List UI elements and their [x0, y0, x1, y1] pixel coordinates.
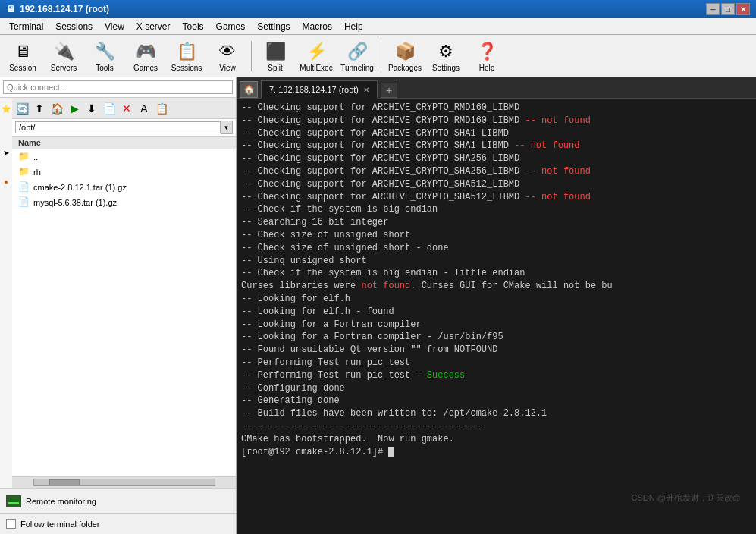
menu-help[interactable]: Help [338, 20, 369, 33]
file-delete-btn[interactable]: ✕ [118, 100, 135, 117]
sidebar-star-icon[interactable]: ⭐ [1, 103, 11, 114]
minimize-button[interactable]: ─ [706, 3, 720, 15]
term-line: CMake has bootstrapped. Now run gmake. [241, 433, 751, 446]
term-line: ----------------------------------------… [241, 420, 751, 433]
term-line: -- Check size of unsigned short [241, 229, 751, 242]
sidebar-circle-icon[interactable]: ● [1, 176, 11, 187]
term-line: -- Looking for a Fortran compiler - /usr… [241, 331, 751, 344]
terminal-home-btn[interactable]: 🏠 [240, 81, 258, 98]
quick-connect-input[interactable] [3, 80, 233, 94]
toolbar-games[interactable]: 🎮 Games [126, 37, 165, 75]
toolbar-servers[interactable]: 🔌 Servers [44, 37, 83, 75]
toolbar-session[interactable]: 🖥 Session [3, 37, 42, 75]
tools-icon: 🔧 [93, 39, 117, 64]
title-bar-controls: ─ □ ✕ [706, 3, 750, 15]
close-button[interactable]: ✕ [736, 3, 750, 15]
term-line: -- Performing Test run_pic_test [241, 357, 751, 369]
toolbar-help[interactable]: ❓ Help [467, 37, 507, 75]
file-upload-btn[interactable]: ⬆ [31, 100, 48, 117]
term-line: -- Checking support for ARCHIVE_CRYPTO_S… [241, 165, 751, 178]
terminal-tab[interactable]: 7. 192.168.124.17 (root) ✕ [261, 80, 378, 99]
menu-view[interactable]: View [99, 20, 130, 33]
term-line: -- Searching 16 bit integer [241, 216, 751, 229]
menu-bar: Terminal Sessions View X server Tools Ga… [0, 18, 756, 35]
term-line: -- Performing Test run_pic_test - Succes… [241, 369, 751, 382]
path-dropdown[interactable]: ▼ [221, 121, 233, 134]
term-line: -- Looking for a Fortran compiler [241, 319, 751, 331]
toolbar-tools[interactable]: 🔧 Tools [85, 37, 124, 75]
file-copy-btn[interactable]: 📋 [153, 100, 170, 117]
terminal-output[interactable]: -- Checking support for ARCHIVE_CRYPTO_R… [237, 99, 756, 534]
term-line: -- Checking support for ARCHIVE_CRYPTO_R… [241, 102, 751, 115]
file-play-btn[interactable]: ▶ [66, 100, 83, 117]
term-line: Curses libraries were not found. Curses … [241, 280, 751, 293]
term-line: -- Checking support for ARCHIVE_CRYPTO_S… [241, 178, 751, 191]
list-item[interactable]: 📄 mysql-5.6.38.tar (1).gz [12, 195, 236, 210]
tab-label: 7. 192.168.124.17 (root) [269, 85, 359, 94]
term-line: -- Checking support for ARCHIVE_CRYPTO_S… [241, 127, 751, 140]
path-bar: ▼ [12, 119, 236, 137]
left-panel-bottom: Remote monitoring Follow terminal folder [0, 488, 236, 534]
tunneling-icon: 🔗 [345, 39, 369, 64]
menu-sessions[interactable]: Sessions [49, 20, 99, 33]
path-input[interactable] [15, 121, 221, 134]
toolbar-sep-1 [251, 41, 252, 71]
maximize-button[interactable]: □ [721, 3, 735, 15]
file-home-btn[interactable]: 🏠 [49, 100, 65, 117]
view-icon: 👁 [215, 39, 240, 64]
term-line: -- Check if the system is big endian [241, 203, 751, 216]
toolbar: 🖥 Session 🔌 Servers 🔧 Tools 🎮 Games 📋 Se… [0, 35, 756, 77]
settings-icon: ⚙ [434, 39, 458, 64]
menu-games[interactable]: Games [210, 20, 252, 33]
toolbar-tunneling[interactable]: 🔗 Tunneling [337, 37, 377, 75]
toolbar-view[interactable]: 👁 View [208, 37, 247, 75]
remote-monitoring-btn[interactable]: Remote monitoring [0, 488, 236, 513]
left-sidebar: ⭐ ➤ ● [0, 100, 12, 187]
title-bar-text: 192.168.124.17 (root) [20, 4, 706, 14]
term-line: -- Checking support for ARCHIVE_CRYPTO_S… [241, 152, 751, 165]
toolbar-split[interactable]: ⬛ Split [256, 37, 295, 75]
term-line: -- Generating done [241, 394, 751, 407]
session-icon: 🖥 [11, 39, 35, 64]
sessions-icon: 📋 [174, 39, 199, 64]
menu-macros[interactable]: Macros [296, 20, 338, 33]
toolbar-settings[interactable]: ⚙ Settings [426, 37, 466, 75]
list-item[interactable]: 📁 .. [12, 149, 236, 165]
term-line: -- Looking for elf.h [241, 293, 751, 306]
file-download-btn[interactable]: ⬇ [83, 100, 100, 117]
file-new-btn[interactable]: 📄 [101, 100, 118, 117]
file-list-header: Name [12, 137, 236, 149]
right-panel: 🏠 7. 192.168.124.17 (root) ✕ + -- Checki… [237, 77, 756, 534]
term-line: -- Checking support for ARCHIVE_CRYPTO_R… [241, 115, 751, 127]
list-item[interactable]: 📁 rh [12, 165, 236, 180]
tab-close-btn[interactable]: ✕ [363, 86, 369, 94]
sidebar-arrow-icon[interactable]: ➤ [1, 147, 11, 158]
file-refresh-btn[interactable]: 🔄 [14, 100, 30, 117]
file-icon: 📄 [18, 196, 30, 209]
list-item[interactable]: 📄 cmake-2.8.12.1.tar (1).gz [12, 180, 236, 195]
left-panel: ⭐ ➤ ● 🔄 ⬆ 🏠 ▶ ⬇ 📄 ✕ A 📋 ▼ [0, 77, 237, 534]
horizontal-scrollbar[interactable] [12, 476, 236, 488]
toolbar-packages[interactable]: 📦 Packages [385, 37, 425, 75]
follow-terminal-checkbox[interactable] [6, 519, 16, 529]
menu-tools[interactable]: Tools [177, 20, 210, 33]
toolbar-multiexec[interactable]: ⚡ MultiExec [296, 37, 336, 75]
menu-settings[interactable]: Settings [251, 20, 296, 33]
servers-icon: 🔌 [52, 39, 76, 64]
term-line: -- Looking for elf.h - found [241, 306, 751, 319]
term-line: -- Check if the system is big endian - l… [241, 267, 751, 280]
help-icon: ❓ [475, 39, 499, 64]
folder-icon: 📁 [18, 166, 30, 178]
term-line: -- Check size of unsigned short - done [241, 242, 751, 255]
scrollbar-thumb[interactable] [49, 479, 80, 485]
file-rename-btn[interactable]: A [136, 100, 152, 117]
games-icon: 🎮 [133, 39, 158, 64]
menu-terminal[interactable]: Terminal [3, 20, 49, 33]
term-line: -- Using unsigned short [241, 255, 751, 268]
file-list: Name 📁 .. 📁 rh 📄 cmake-2.8.12.1.tar (1).… [12, 137, 236, 476]
scrollbar-track[interactable] [33, 479, 215, 486]
menu-xserver[interactable]: X server [130, 20, 177, 33]
toolbar-sessions[interactable]: 📋 Sessions [167, 37, 206, 75]
term-line: -- Build files have been written to: /op… [241, 407, 751, 420]
new-tab-btn[interactable]: + [381, 83, 397, 98]
